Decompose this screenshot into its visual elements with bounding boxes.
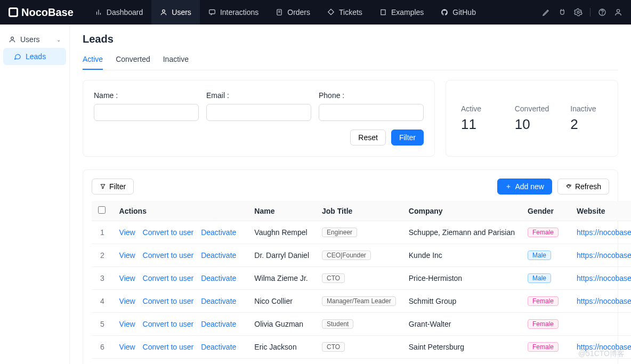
email-input[interactable] — [206, 104, 311, 121]
name-label: Name : — [94, 91, 199, 100]
deactivate-link[interactable]: Deactivate — [201, 343, 236, 351]
phone-input[interactable] — [319, 104, 424, 121]
nav-items: Dashboard Users Interactions Orders Tick… — [86, 0, 542, 25]
nav-orders[interactable]: Orders — [267, 0, 319, 25]
convert-link[interactable]: Convert to user — [143, 343, 194, 351]
chat-icon — [14, 53, 21, 60]
top-nav: NocoBase Dashboard Users Interactions Or… — [0, 0, 631, 25]
website-link[interactable]: https://nocobase.com — [577, 343, 631, 351]
row-index: 5 — [92, 313, 113, 336]
refresh-button[interactable]: Refresh — [557, 179, 609, 195]
tab-inactive[interactable]: Inactive — [163, 52, 189, 70]
stat-converted-value: 10 — [515, 116, 549, 133]
name-input[interactable] — [94, 104, 199, 121]
nav-right-icons — [542, 8, 622, 17]
add-new-button[interactable]: Add new — [497, 179, 552, 195]
view-link[interactable]: View — [119, 320, 135, 328]
convert-link[interactable]: Convert to user — [143, 297, 194, 305]
cell-company: Price-Hermiston — [402, 267, 521, 290]
stat-inactive-label: Inactive — [570, 104, 603, 113]
profile-icon[interactable] — [614, 8, 622, 17]
col-job-title: Job Title — [316, 201, 402, 221]
website-link[interactable]: https://nocobase.com — [577, 274, 631, 282]
nav-github[interactable]: GitHub — [432, 0, 484, 25]
filter-icon — [100, 183, 106, 190]
cell-name: Mildred Weber — [248, 359, 316, 365]
tag-icon — [327, 9, 335, 16]
filter-button[interactable]: Filter — [391, 130, 424, 145]
cell-name: Nico Collier — [248, 290, 316, 313]
nav-label: Examples — [391, 8, 424, 17]
col-actions: Actions — [113, 201, 248, 221]
svg-point-3 — [163, 10, 165, 12]
building-icon — [379, 9, 387, 16]
tab-active[interactable]: Active — [83, 52, 103, 70]
gender-tag: Female — [528, 342, 559, 352]
convert-link[interactable]: Convert to user — [143, 320, 194, 328]
sidebar-item-users[interactable]: Users ⌄ — [3, 31, 66, 48]
cell-company: Schmitt Group — [402, 290, 521, 313]
table-filter-button[interactable]: Filter — [92, 179, 134, 195]
help-icon[interactable] — [598, 8, 606, 17]
filter-card: Name : Email : Phone : Reset Filter — [83, 80, 435, 157]
job-tag: CTO — [322, 273, 345, 283]
view-link[interactable]: View — [119, 228, 135, 237]
nav-interactions[interactable]: Interactions — [200, 0, 267, 25]
plugin-icon[interactable] — [558, 8, 567, 17]
chevron-down-icon: ⌄ — [56, 37, 61, 43]
stat-inactive-value: 2 — [570, 116, 603, 133]
row-index: 1 — [92, 221, 113, 244]
view-link[interactable]: View — [119, 343, 135, 351]
deactivate-link[interactable]: Deactivate — [201, 251, 236, 260]
sidebar: Users ⌄ Leads — [0, 25, 70, 364]
nav-label: Dashboard — [107, 8, 143, 17]
gender-tag: Male — [528, 273, 551, 283]
table-row: 1 View Convert to user Deactivate Vaughn… — [92, 221, 631, 244]
convert-link[interactable]: Convert to user — [143, 251, 194, 260]
website-link[interactable]: https://nocobase.com — [577, 297, 631, 305]
deactivate-link[interactable]: Deactivate — [201, 320, 236, 328]
svg-point-14 — [617, 10, 619, 12]
page-title: Leads — [83, 33, 618, 45]
tabs: Active Converted Inactive — [83, 52, 618, 70]
col-gender: Gender — [521, 201, 570, 221]
convert-link[interactable]: Convert to user — [143, 274, 194, 282]
email-label: Email : — [206, 91, 311, 100]
plus-icon — [505, 183, 512, 190]
tab-converted[interactable]: Converted — [116, 52, 150, 70]
cell-name: Eric Jackson — [248, 336, 316, 359]
logo-icon — [9, 7, 18, 17]
stat-converted-label: Converted — [515, 104, 549, 113]
table-row: 2 View Convert to user Deactivate Dr. Da… — [92, 244, 631, 267]
website-link[interactable]: https://nocobase.com — [577, 228, 631, 237]
nav-dashboard[interactable]: Dashboard — [86, 0, 152, 25]
gender-tag: Female — [528, 319, 559, 329]
website-link[interactable]: https://nocobase.com — [577, 251, 631, 260]
job-tag: CTO — [322, 342, 345, 352]
deactivate-link[interactable]: Deactivate — [201, 228, 236, 237]
deactivate-link[interactable]: Deactivate — [201, 274, 236, 282]
nav-users[interactable]: Users — [151, 0, 200, 25]
nav-examples[interactable]: Examples — [371, 0, 432, 25]
gender-tag: Male — [528, 250, 551, 260]
select-all-checkbox[interactable] — [98, 206, 106, 214]
nav-label: Users — [172, 8, 191, 17]
nav-label: Tickets — [339, 8, 362, 17]
sidebar-item-leads[interactable]: Leads — [3, 48, 66, 65]
view-link[interactable]: View — [119, 274, 135, 282]
reset-button[interactable]: Reset — [350, 130, 386, 145]
brand-logo[interactable]: NocoBase — [9, 6, 74, 19]
view-link[interactable]: View — [119, 297, 135, 305]
gear-icon[interactable] — [574, 8, 583, 17]
pen-icon[interactable] — [542, 8, 551, 17]
cell-company: Kunde Inc — [402, 244, 521, 267]
view-link[interactable]: View — [119, 251, 135, 260]
file-icon — [276, 9, 283, 16]
sidebar-label: Users — [20, 35, 40, 44]
divider — [590, 8, 590, 17]
deactivate-link[interactable]: Deactivate — [201, 297, 236, 305]
nav-tickets[interactable]: Tickets — [319, 0, 371, 25]
convert-link[interactable]: Convert to user — [143, 228, 194, 237]
job-tag: Manager/Team Leader — [322, 296, 396, 306]
row-index: 2 — [92, 244, 113, 267]
